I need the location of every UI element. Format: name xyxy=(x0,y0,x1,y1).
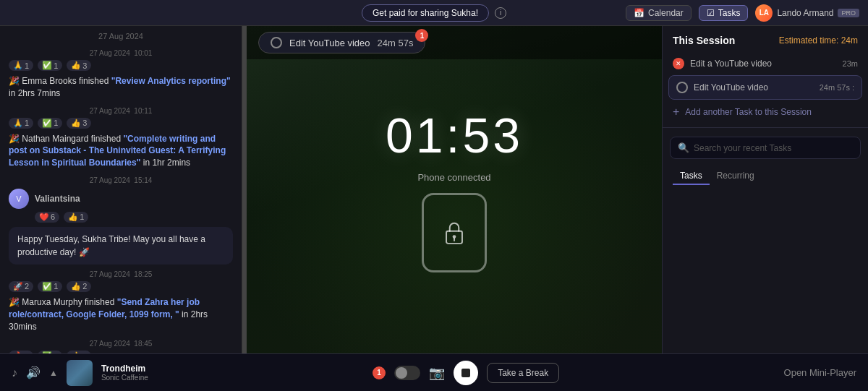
search-box[interactable]: 🔍 xyxy=(670,137,861,159)
song-title: Trondheim xyxy=(101,364,148,374)
phone-connected-text: Phone connected xyxy=(417,172,490,183)
chat-message-4: 🎉 Maruxa Murphy finished "Send Zahra her… xyxy=(0,293,242,337)
take-break-button[interactable]: Take a Break xyxy=(487,363,559,383)
top-bar: Get paid for sharing Sukha! i 📅 Calendar… xyxy=(0,0,868,26)
user-row-valiantsina: V Valiantsina xyxy=(0,186,242,210)
plus-icon: + xyxy=(673,106,679,119)
right-panel: This Session Estimated time: 24m ✕ Edit … xyxy=(662,26,868,353)
reaction-row-2: 🙏1 ✅1 👍3 xyxy=(0,116,242,130)
open-mini-player-button[interactable]: Open Mini-Player xyxy=(784,367,856,378)
task-done-icon: ✕ xyxy=(673,58,684,69)
loading-message: 27 Aug 2024 xyxy=(0,26,242,46)
search-icon: 🔍 xyxy=(678,142,689,153)
record-indicator: 1 xyxy=(373,366,386,379)
task-time-active: 24m 57s : xyxy=(820,83,854,92)
tasks-tabs: Tasks Recurring xyxy=(663,165,868,185)
chat-message-1: 🎉 Emma Brooks finished "Review Analytics… xyxy=(0,72,242,104)
music-icon-button[interactable]: ♪ xyxy=(12,366,17,379)
reaction-item[interactable]: 🙏1 xyxy=(9,60,33,71)
chevron-up-icon[interactable]: ▲ xyxy=(49,368,58,378)
task-active-circle-icon xyxy=(676,82,688,93)
session-title: This Session xyxy=(673,35,735,46)
pro-badge: PRO xyxy=(838,9,859,17)
user-name: Lando Armand xyxy=(777,8,833,18)
task-bar-inner: Edit YouTube video 24m 57s xyxy=(258,32,425,53)
toggle-wrap[interactable] xyxy=(394,366,420,380)
camera-button[interactable]: 📷 xyxy=(429,365,445,381)
task-label-active: Edit YouTube video xyxy=(694,82,814,93)
date-separator-2: 27 Aug 2024 10:11 xyxy=(0,104,242,116)
tasks-button[interactable]: ☑ Tasks xyxy=(699,5,749,21)
tab-tasks[interactable]: Tasks xyxy=(673,168,710,185)
song-info: Trondheim Sonic Caffeine xyxy=(101,364,148,382)
lock-icon xyxy=(441,220,467,246)
tasks-label: Tasks xyxy=(718,8,741,18)
chat-message-2: 🎉 Nathan Maingard finished "Complete wri… xyxy=(0,130,242,173)
reaction-row-1: 🙏1 ✅1 👍3 xyxy=(0,59,242,72)
search-input[interactable] xyxy=(694,143,853,153)
timer-display: 01:53 xyxy=(386,107,523,163)
reaction-item[interactable]: 👍3 xyxy=(67,118,91,129)
calendar-icon: 📅 xyxy=(634,8,644,18)
section-divider xyxy=(663,127,868,128)
session-task-active[interactable]: Edit YouTube video 24m 57s : xyxy=(668,75,862,100)
reaction-row-4: 🚀2 ✅1 👍2 xyxy=(0,280,242,293)
calendar-label: Calendar xyxy=(648,8,684,18)
toggle-thumb xyxy=(396,367,407,379)
user-info: LA Lando Armand PRO xyxy=(755,4,859,22)
date-separator-5: 27 Aug 2024 18:45 xyxy=(0,337,242,349)
reaction-row-3: ❤️6 👍1 xyxy=(0,210,242,224)
speaker-button[interactable]: 🔊 xyxy=(26,366,41,379)
user-avatar-valiantsina: V xyxy=(9,189,29,209)
get-paid-button[interactable]: Get paid for sharing Sukha! xyxy=(362,4,489,22)
reaction-item[interactable]: 👍3 xyxy=(67,60,91,71)
top-bar-center: Get paid for sharing Sukha! i xyxy=(362,4,506,22)
date-separator-4: 27 Aug 2024 18:25 xyxy=(0,267,242,280)
record-indicator-wrap: 1 xyxy=(373,366,386,379)
center-task-timer: 24m 57s xyxy=(378,38,414,48)
stop-square-icon xyxy=(461,369,470,377)
chat-panel: 27 Aug 2024 27 Aug 2024 10:01 🙏1 ✅1 👍3 🎉… xyxy=(0,26,242,353)
add-task-label: Add another Task to this Session xyxy=(685,107,812,117)
reaction-item[interactable]: ✅1 xyxy=(38,60,62,71)
info-icon[interactable]: i xyxy=(495,7,506,19)
reaction-item[interactable]: ❤️6 xyxy=(35,212,59,223)
session-task-done[interactable]: ✕ Edit a YouTube video 23m xyxy=(663,52,868,75)
bottom-bar: ♪ 🔊 ▲ Trondheim Sonic Caffeine 1 📷 Take … xyxy=(0,353,868,391)
top-bar-right: 📅 Calendar ☑ Tasks LA Lando Armand PRO xyxy=(626,4,859,22)
username-valiantsina: Valiantsina xyxy=(35,194,80,204)
album-art xyxy=(67,360,93,386)
album-art-image xyxy=(67,360,93,386)
avatar: LA xyxy=(755,4,773,22)
task-time-done: 23m xyxy=(843,59,858,68)
session-header: This Session Estimated time: 24m xyxy=(663,26,868,52)
stop-button[interactable] xyxy=(454,361,478,385)
task-label-done: Edit a YouTube video xyxy=(690,59,837,69)
reaction-item[interactable]: ✅1 xyxy=(38,118,62,129)
calendar-button[interactable]: 📅 Calendar xyxy=(626,5,692,21)
reaction-item[interactable]: 👍2 xyxy=(67,281,91,292)
date-separator-3: 27 Aug 2024 15:14 xyxy=(0,173,242,186)
date-separator-1: 27 Aug 2024 10:01 xyxy=(0,46,242,59)
task-bar-task-wrap: Edit YouTube video 24m 57s 1 xyxy=(258,32,425,53)
reaction-item[interactable]: 🚀2 xyxy=(9,281,33,292)
alert-dot: 1 xyxy=(415,29,428,42)
phone-icon xyxy=(422,193,487,272)
task-bar: Edit YouTube video 24m 57s 1 xyxy=(247,26,662,59)
reaction-item[interactable]: 🙏1 xyxy=(9,118,33,129)
tab-recurring[interactable]: Recurring xyxy=(710,168,762,185)
tasks-icon: ☑ xyxy=(707,8,715,18)
song-artist: Sonic Caffeine xyxy=(101,374,148,382)
main-area: 27 Aug 2024 27 Aug 2024 10:01 🙏1 ✅1 👍3 🎉… xyxy=(0,26,868,353)
estimated-time: Estimated time: 24m xyxy=(779,35,858,46)
center-task-name: Edit YouTube video xyxy=(289,38,370,48)
add-task-row[interactable]: + Add another Task to this Session xyxy=(663,100,868,124)
user-message-valiantsina: Happy Tuesday, Sukha Tribe! May you all … xyxy=(9,227,233,265)
get-paid-label: Get paid for sharing Sukha! xyxy=(373,8,478,18)
center-panel: Edit YouTube video 24m 57s 1 01:53 Phone… xyxy=(247,26,662,353)
reaction-item[interactable]: ✅1 xyxy=(38,281,62,292)
bottom-controls: 1 📷 Take a Break xyxy=(373,361,559,385)
reaction-item[interactable]: 👍1 xyxy=(64,212,88,223)
task-circle-icon xyxy=(271,37,282,48)
